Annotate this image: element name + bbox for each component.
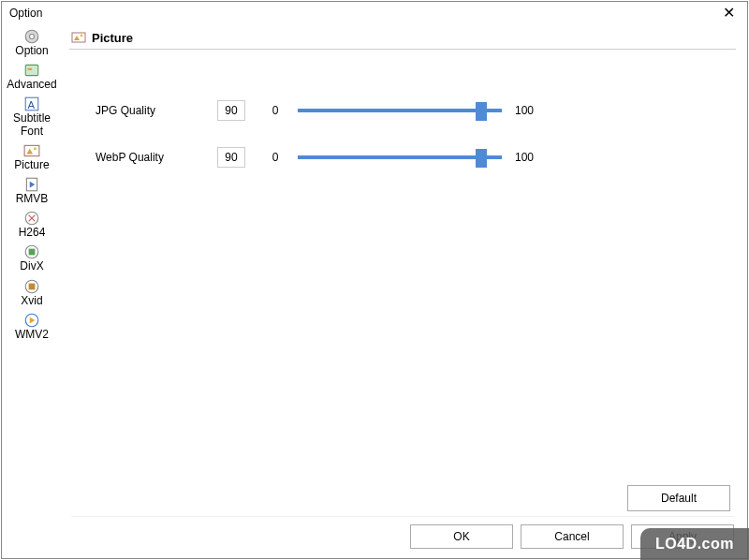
sidebar-item-label: Option [15,45,48,57]
svg-point-1 [30,35,35,39]
setting-row-jpg: JPG Quality 90 0 100 [95,96,736,125]
setting-label: WebP Quality [95,151,217,164]
sidebar: Option Advanced A Subtitle Font Picture [2,24,62,558]
cancel-button[interactable]: Cancel [521,524,624,549]
svg-point-20 [81,35,83,37]
footer-separator [71,516,734,517]
picture-icon [71,30,86,45]
sidebar-item-label: WMV2 [15,329,49,341]
ok-button[interactable]: OK [410,524,513,549]
sidebar-item-label: Xvid [21,295,42,307]
sidebar-item-divx[interactable]: DivX [6,242,58,275]
sidebar-item-label: Advanced [7,79,56,91]
sidebar-item-picture[interactable]: Picture [6,140,58,174]
tools-icon [23,62,40,77]
codec-icon [23,210,40,225]
options-dialog: Option ✕ Option Advanced A Subtitle [1,1,748,559]
codec-icon [23,278,40,293]
close-icon[interactable]: ✕ [715,4,742,22]
sidebar-item-h264[interactable]: H264 [6,208,58,242]
sidebar-item-label: DivX [20,260,43,273]
slider-track [298,109,502,112]
sidebar-item-label: H264 [19,227,46,239]
window-title: Option [9,7,42,20]
video-file-icon [23,176,40,191]
section-title: Picture [92,31,133,45]
jpg-quality-slider[interactable] [298,101,502,120]
content-panel: Picture JPG Quality 90 0 100 WebP Qualit… [62,24,747,558]
range-max: 100 [511,151,537,164]
svg-rect-13 [29,249,36,256]
sidebar-item-xvid[interactable]: Xvid [6,276,58,310]
slider-thumb[interactable] [476,149,487,168]
svg-text:A: A [28,99,36,111]
watermark: LO4D.com [640,528,749,560]
sidebar-item-label: RMVB [16,193,49,205]
svg-rect-3 [28,68,33,70]
range-min: 0 [262,104,288,117]
default-button[interactable]: Default [627,485,730,511]
section-header: Picture [69,30,736,50]
svg-rect-6 [24,145,39,155]
sidebar-item-wmv2[interactable]: WMV2 [6,310,58,344]
svg-rect-15 [29,283,36,289]
setting-row-webp: WebP Quality 90 0 100 [95,143,736,171]
range-min: 0 [262,151,288,164]
codec-icon [23,243,40,258]
slider-track [298,155,502,159]
sidebar-item-option[interactable]: Option [6,26,58,60]
sidebar-item-label: Picture [14,159,49,171]
settings-area: JPG Quality 90 0 100 WebP Quality 90 0 [69,50,736,171]
svg-rect-18 [72,33,85,42]
dialog-body: Option Advanced A Subtitle Font Picture [2,24,747,558]
webp-quality-slider[interactable] [298,148,502,167]
sidebar-item-advanced[interactable]: Advanced [6,60,58,94]
media-icon [23,312,40,327]
jpg-quality-value[interactable]: 90 [217,100,245,121]
slider-thumb[interactable] [476,102,487,121]
picture-icon [23,142,40,157]
font-icon: A [23,96,40,111]
webp-quality-value[interactable]: 90 [217,147,245,168]
sidebar-item-subtitle-font[interactable]: A Subtitle Font [6,94,58,140]
svg-point-8 [34,147,37,150]
titlebar: Option ✕ [2,2,747,24]
gear-icon [23,28,40,43]
setting-label: JPG Quality [95,104,217,117]
range-max: 100 [511,104,537,117]
sidebar-item-label: Subtitle Font [6,112,58,137]
sidebar-item-rmvb[interactable]: RMVB [6,174,58,208]
